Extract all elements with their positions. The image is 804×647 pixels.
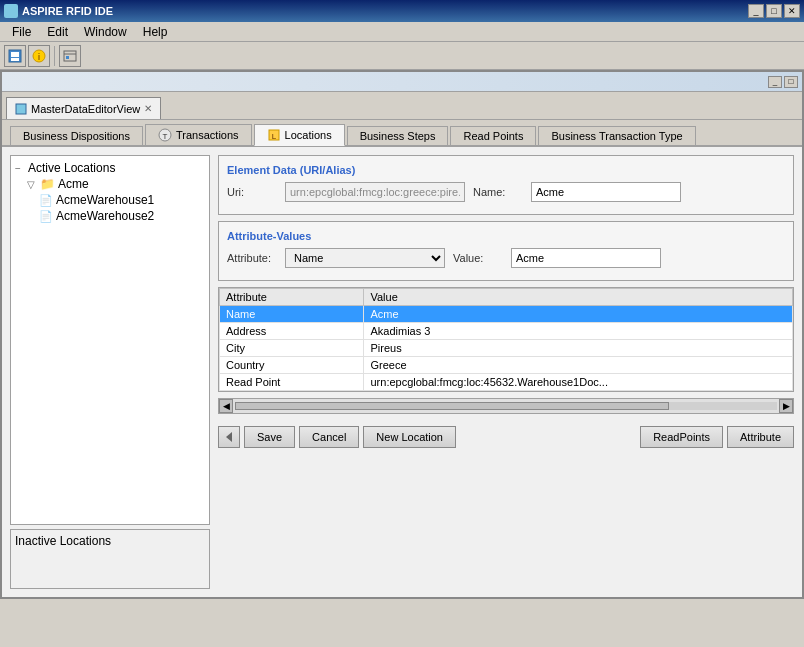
expand-icon: − [15,163,25,174]
svg-text:T: T [163,132,168,141]
col-header-value: Value [364,289,793,306]
tree-label-wh2: AcmeWarehouse2 [56,209,154,223]
tab-business-dispositions[interactable]: Business Dispositions [10,126,143,145]
menu-help[interactable]: Help [135,23,176,41]
expand-icon-acme: ▽ [27,179,37,190]
cancel-button[interactable]: Cancel [299,426,359,448]
main-window: _ □ MasterDataEditorView ✕ Business Disp… [0,70,804,599]
tree-root-active[interactable]: − Active Locations [15,160,205,176]
new-location-button[interactable]: New Location [363,426,456,448]
bottom-buttons: Save Cancel New Location ReadPoints Attr… [218,420,794,448]
tree-label-wh1: AcmeWarehouse1 [56,193,154,207]
tab-business-steps[interactable]: Business Steps [347,126,449,145]
data-table-container: Attribute Value NameAcmeAddressAkadimias… [218,287,794,392]
back-icon [222,430,236,444]
tab-business-transaction-type[interactable]: Business Transaction Type [538,126,695,145]
tab-locations[interactable]: L Locations [254,124,345,146]
attribute-label: Attribute: [227,252,277,264]
inner-maximize-btn[interactable]: □ [784,76,798,88]
tab-loc-label: Locations [285,129,332,141]
cell-attribute: Address [220,323,364,340]
attribute-values-section: Attribute-Values Attribute: Name Value: [218,221,794,281]
toolbar-btn-3[interactable] [59,45,81,67]
table-row[interactable]: AddressAkadimias 3 [220,323,793,340]
cell-attribute: Country [220,357,364,374]
cell-value: Greece [364,357,793,374]
scrollbar-h[interactable]: ◀ ▶ [218,398,794,414]
tree-node-acmewh2[interactable]: 📄 AcmeWarehouse2 [39,208,205,224]
name-input[interactable] [531,182,681,202]
value-input[interactable] [511,248,661,268]
svg-rect-2 [11,58,19,61]
tab-btt-label: Business Transaction Type [551,130,682,142]
inner-minimize-btn[interactable]: _ [768,76,782,88]
minimize-btn[interactable]: _ [748,4,764,18]
save-button[interactable]: Save [244,426,295,448]
toolbar-icon-2: i [31,48,47,64]
cell-value: urn:epcglobal:fmcg:loc:45632.Warehouse1D… [364,374,793,391]
toolbar-btn-1[interactable] [4,45,26,67]
tab-read-points[interactable]: Read Points [450,126,536,145]
app-title: ASPIRE RFID IDE [22,5,113,17]
cell-value: Akadimias 3 [364,323,793,340]
toolbar: i [0,42,804,70]
scroll-thumb[interactable] [235,402,669,410]
cell-value: Pireus [364,340,793,357]
toolbar-icon-3 [62,48,78,64]
table-row[interactable]: Read Pointurn:epcglobal:fmcg:loc:45632.W… [220,374,793,391]
scroll-right-btn[interactable]: ▶ [779,399,793,413]
attribute-button[interactable]: Attribute [727,426,794,448]
cell-attribute: Read Point [220,374,364,391]
element-data-title: Element Data (URI/Alias) [227,164,785,176]
tab-close[interactable]: ✕ [144,103,152,114]
scroll-left-btn[interactable]: ◀ [219,399,233,413]
tab-rp-label: Read Points [463,130,523,142]
scroll-track[interactable] [235,402,777,410]
toolbar-icon-1 [7,48,23,64]
table-row[interactable]: CountryGreece [220,357,793,374]
svg-rect-7 [66,56,69,59]
uri-row: Uri: Name: [227,182,785,202]
title-bar-left: ASPIRE RFID IDE [4,4,113,18]
maximize-btn[interactable]: □ [766,4,782,18]
tab-icon [15,103,27,115]
svg-text:i: i [38,52,41,62]
cell-attribute: City [220,340,364,357]
tree-node-acme[interactable]: ▽ 📁 Acme [27,176,205,192]
svg-rect-5 [64,51,76,61]
active-locations-label: Active Locations [28,161,115,175]
menu-bar: File Edit Window Help [0,22,804,42]
cell-attribute: Name [220,306,364,323]
menu-window[interactable]: Window [76,23,135,41]
tab-bd-label: Business Dispositions [23,130,130,142]
attribute-select[interactable]: Name [285,248,445,268]
outer-tab-bar: MasterDataEditorView ✕ [2,92,802,120]
uri-label: Uri: [227,186,277,198]
read-points-button[interactable]: ReadPoints [640,426,723,448]
tree-node-acmewh1[interactable]: 📄 AcmeWarehouse1 [39,192,205,208]
right-panel: Element Data (URI/Alias) Uri: Name: Attr… [218,155,794,589]
toolbar-separator [54,46,55,66]
table-row[interactable]: CityPireus [220,340,793,357]
back-button[interactable] [218,426,240,448]
inactive-label: Inactive Locations [15,534,111,548]
menu-file[interactable]: File [4,23,39,41]
left-panel: − Active Locations ▽ 📁 Acme 📄 AcmeWareho [10,155,210,589]
menu-edit[interactable]: Edit [39,23,76,41]
tab-master-data-editor[interactable]: MasterDataEditorView ✕ [6,97,161,119]
loc-icon-wh1: 📄 [39,194,53,207]
title-bar: ASPIRE RFID IDE _ □ ✕ [0,0,804,22]
table-row[interactable]: NameAcme [220,306,793,323]
attr-row: Attribute: Name Value: [227,248,785,268]
inner-title-bar: _ □ [2,72,802,92]
element-data-section: Element Data (URI/Alias) Uri: Name: [218,155,794,215]
toolbar-btn-2[interactable]: i [28,45,50,67]
tree-panel[interactable]: − Active Locations ▽ 📁 Acme 📄 AcmeWareho [10,155,210,525]
loc-icon-wh2: 📄 [39,210,53,223]
close-btn[interactable]: ✕ [784,4,800,18]
svg-text:L: L [271,132,276,141]
uri-input[interactable] [285,182,465,202]
tab-transactions[interactable]: T Transactions [145,124,252,145]
cell-value: Acme [364,306,793,323]
tab-label: MasterDataEditorView [31,103,140,115]
